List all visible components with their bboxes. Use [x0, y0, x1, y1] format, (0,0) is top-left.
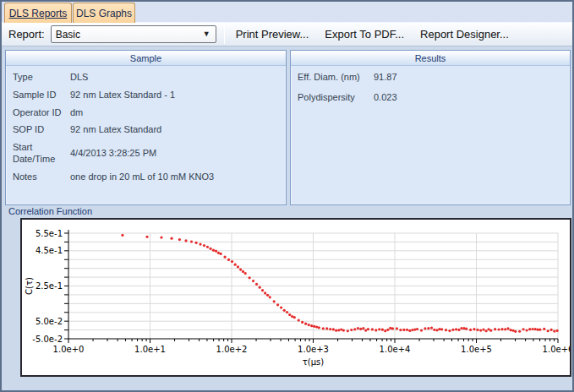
svg-text:1.0e+0: 1.0e+0 [53, 345, 85, 354]
field-value: DLS [70, 72, 279, 84]
svg-text:5.0e-2: 5.0e-2 [36, 317, 63, 326]
tab-bar: DLS Reports DLS Graphs [2, 2, 572, 23]
report-select[interactable]: Basic ▼ [51, 25, 216, 43]
svg-text:1.0e+5: 1.0e+5 [461, 345, 492, 354]
correlation-chart-svg: 5.5e-14.5e-12.5e-15.0e-2-5.0e-21.0e+01.0… [22, 220, 570, 375]
svg-text:1.0e+1: 1.0e+1 [134, 345, 166, 354]
export-pdf-button[interactable]: Export To PDF... [320, 24, 409, 44]
correlation-chart: 5.5e-14.5e-12.5e-15.0e-2-5.0e-21.0e+01.0… [20, 218, 571, 377]
field-label: Start Date/Time [13, 142, 62, 166]
report-toolbar: Report: Basic ▼ Print Preview... Export … [2, 23, 572, 46]
field-label: Polydispersity [298, 92, 365, 104]
svg-text:5.5e-1: 5.5e-1 [36, 229, 63, 238]
results-panel: Results Eff. Diam. (nm) 91.87 Polydisper… [290, 50, 571, 205]
results-panel-header: Results [291, 51, 570, 66]
field-value: 92 nm Latex Standard [70, 124, 279, 136]
field-value: 0.023 [374, 92, 563, 104]
results-fields: Eff. Diam. (nm) 91.87 Polydispersity 0.0… [291, 66, 570, 107]
field-label: SOP ID [13, 124, 62, 136]
svg-text:τ(µs): τ(µs) [303, 357, 324, 367]
dls-report-window: DLS Reports DLS Graphs Report: Basic ▼ P… [0, 0, 574, 392]
svg-text:1.0e+6: 1.0e+6 [543, 345, 570, 354]
svg-text:4.5e-1: 4.5e-1 [36, 246, 63, 255]
sample-fields: Type DLS Sample ID 92 nm Latex Standard … [6, 66, 286, 186]
sample-panel: Sample Type DLS Sample ID 92 nm Latex St… [5, 50, 287, 205]
svg-text:-5.0e-2: -5.0e-2 [32, 335, 63, 344]
svg-text:C(τ): C(τ) [25, 277, 34, 295]
report-content: Sample Type DLS Sample ID 92 nm Latex St… [2, 46, 572, 389]
toolbar-separator [224, 25, 225, 44]
field-value: 91.87 [374, 72, 563, 84]
chevron-down-icon: ▼ [203, 30, 210, 38]
tab-dls-graphs[interactable]: DLS Graphs [73, 3, 135, 23]
svg-text:2.5e-1: 2.5e-1 [36, 281, 63, 291]
svg-text:1.0e+3: 1.0e+3 [298, 345, 329, 354]
field-value: 92 nm Latex Standard - 1 [70, 90, 279, 101]
field-label: Notes [13, 172, 62, 183]
svg-text:1.0e+4: 1.0e+4 [380, 345, 411, 354]
tab-dls-reports-label: DLS Reports [9, 8, 68, 19]
report-designer-button[interactable]: Report Designer... [415, 24, 514, 44]
field-value: dm [70, 107, 279, 119]
sample-panel-header: Sample [6, 51, 286, 66]
report-label: Report: [8, 28, 45, 41]
field-value: 4/4/2013 3:28:25 PM [70, 148, 279, 160]
tab-dls-graphs-label: DLS Graphs [76, 8, 132, 19]
correlation-function-label: Correlation Function [8, 206, 92, 216]
field-value: one drop in 20 mL of 10 mM KNO3 [70, 172, 279, 183]
field-label: Operator ID [13, 107, 62, 119]
tab-dls-reports[interactable]: DLS Reports [4, 3, 72, 23]
field-label: Type [13, 72, 62, 84]
field-label: Eff. Diam. (nm) [298, 72, 365, 84]
print-preview-button[interactable]: Print Preview... [231, 24, 314, 44]
svg-text:1.0e+2: 1.0e+2 [216, 345, 248, 354]
report-selected-value: Basic [56, 29, 80, 41]
field-label: Sample ID [13, 90, 62, 101]
